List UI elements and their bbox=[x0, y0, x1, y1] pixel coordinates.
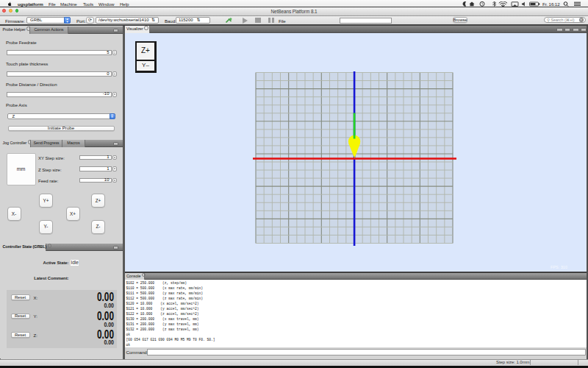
svg-text:FPS: 310: FPS: 310 bbox=[551, 265, 567, 269]
